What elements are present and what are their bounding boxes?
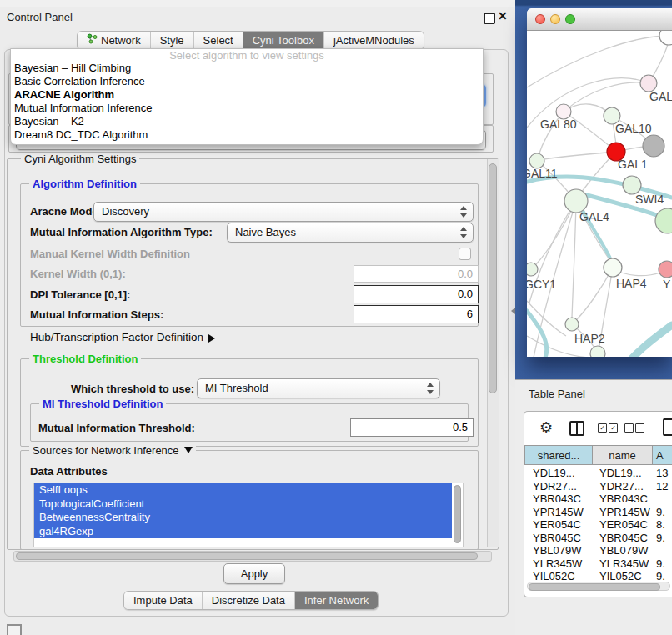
unchecked-checkbox-icon[interactable] bbox=[624, 423, 634, 432]
table-row[interactable]: YBL079WYBL079W bbox=[524, 544, 672, 558]
list-scrollbar[interactable] bbox=[454, 485, 461, 543]
tab-cyni-toolbox[interactable]: Cyni Toolbox bbox=[243, 32, 323, 49]
table-cell: 12 bbox=[653, 480, 672, 493]
table-doc-icon[interactable] bbox=[663, 418, 672, 436]
network-node-unlabeled[interactable] bbox=[643, 135, 664, 157]
network-edge[interactable] bbox=[572, 201, 576, 318]
scrollbar-thumb[interactable] bbox=[454, 485, 461, 543]
which-threshold-select[interactable]: MI Threshold bbox=[197, 378, 440, 398]
kernel-width-label: Kernel Width (0,1): bbox=[30, 268, 126, 280]
network-node-hap2[interactable] bbox=[565, 318, 579, 331]
network-node-y[interactable] bbox=[659, 261, 672, 278]
table-cell: YIL052C bbox=[593, 570, 653, 581]
chevron-right-icon bbox=[208, 334, 219, 342]
table-cell: 9. bbox=[653, 570, 672, 581]
network-node-gal[interactable] bbox=[640, 75, 657, 92]
data-attribute-item[interactable]: BetweennessCentrality bbox=[34, 511, 452, 525]
checked-checkbox-icon[interactable]: ✓ bbox=[598, 423, 607, 432]
unchecked-checkbox-icon[interactable] bbox=[635, 423, 644, 432]
table-cell: YDR27... bbox=[593, 480, 653, 493]
table-row[interactable]: YBR045CYBR045C9. bbox=[524, 532, 672, 545]
tab-style[interactable]: Style bbox=[150, 32, 193, 49]
checked-checkbox-icon[interactable]: ✓ bbox=[609, 423, 618, 432]
network-node-hap4[interactable] bbox=[604, 258, 622, 277]
column-header-shared-[interactable]: shared... bbox=[524, 445, 593, 465]
cyni-bottom-tabs: Impute DataDiscretize DataInfer Network bbox=[123, 591, 379, 610]
network-node-swi4[interactable] bbox=[623, 176, 641, 194]
network-node-gal4[interactable] bbox=[564, 189, 588, 212]
tab-jactivemnodules[interactable]: jActiveMNodules bbox=[323, 32, 424, 49]
scrollbar-thumb[interactable] bbox=[529, 583, 660, 591]
table-row[interactable]: YDR27...YDR27...12 bbox=[524, 480, 672, 493]
table-cell: YBR045C bbox=[593, 532, 653, 545]
manual-kernel-checkbox[interactable] bbox=[459, 248, 471, 260]
table-row[interactable]: YPR145WYPR145W9. bbox=[524, 506, 672, 519]
network-edge[interactable] bbox=[544, 152, 607, 159]
kernel-width-input[interactable]: 0.0 bbox=[354, 265, 479, 282]
table-body: YDL19...YDL19...13YDR27...YDR27...12YBR0… bbox=[524, 467, 672, 581]
tab-impute-data[interactable]: Impute Data bbox=[124, 592, 202, 609]
network-window-titlebar[interactable] bbox=[527, 8, 672, 31]
data-attribute-item[interactable]: SelfLoops bbox=[34, 483, 452, 498]
table-row[interactable]: YIL052CYIL052C9. bbox=[524, 570, 672, 581]
table-row[interactable]: YBR043CYBR043C bbox=[524, 492, 672, 506]
algorithm-dropdown-popup: Select algorithm to view settings Bayesi… bbox=[10, 48, 484, 145]
algorithm-option[interactable]: Bayesian – Hill Climbing bbox=[11, 62, 483, 75]
network-node-unlabeled[interactable] bbox=[655, 208, 672, 233]
scrollbar-thumb[interactable] bbox=[489, 163, 497, 393]
minimize-light-icon[interactable] bbox=[550, 14, 560, 24]
split-columns-icon[interactable] bbox=[569, 421, 584, 436]
float-window-icon[interactable] bbox=[484, 12, 495, 24]
table-cell: 13 bbox=[653, 467, 672, 480]
table-row[interactable]: YLR345WYLR345W9. bbox=[524, 558, 672, 571]
network-edge[interactable] bbox=[564, 82, 649, 112]
close-light-icon[interactable] bbox=[535, 14, 545, 24]
zoom-light-icon[interactable] bbox=[565, 14, 575, 24]
table-cell: 8. bbox=[653, 518, 672, 532]
algorithm-option[interactable]: Dream8 DC_TDC Algorithm bbox=[11, 128, 483, 142]
table-hscrollbar[interactable] bbox=[527, 582, 670, 591]
column-header-a[interactable]: A bbox=[653, 445, 672, 465]
dpi-tolerance-label: DPI Tolerance [0,1]: bbox=[30, 288, 130, 301]
gear-icon[interactable]: ⚙ bbox=[539, 418, 553, 437]
network-node-gcy1[interactable] bbox=[527, 262, 538, 276]
tab-select[interactable]: Select bbox=[193, 32, 243, 49]
settings-scrollbar[interactable] bbox=[487, 159, 499, 548]
close-icon[interactable]: ✕ bbox=[498, 9, 508, 22]
manual-kernel-label: Manual Kernel Width Definition bbox=[30, 248, 190, 260]
scrollbar-thumb[interactable] bbox=[16, 552, 478, 560]
tab-discretize-data[interactable]: Discretize Data bbox=[202, 592, 294, 609]
network-edge-highlighted[interactable] bbox=[631, 325, 672, 357]
algorithm-option[interactable]: Basic Correlation Inference bbox=[11, 75, 483, 88]
splitter-collapse-arrow[interactable] bbox=[508, 308, 515, 314]
grip-icon[interactable] bbox=[7, 624, 22, 635]
sources-toggle[interactable]: Sources for Network Inference bbox=[29, 444, 196, 458]
network-node-unlabeled[interactable] bbox=[590, 346, 605, 357]
table-row[interactable]: YER054CYER054C8. bbox=[524, 518, 672, 532]
mi-steps-input[interactable]: 6 bbox=[354, 305, 479, 323]
mi-type-select[interactable]: Naive Bayes bbox=[227, 222, 474, 242]
network-edge[interactable] bbox=[621, 272, 660, 276]
tab-label: jActiveMNodules bbox=[333, 32, 414, 49]
node-label: SWI4 bbox=[635, 192, 664, 206]
network-node-unlabeled[interactable] bbox=[659, 31, 672, 45]
tab-infer-network[interactable]: Infer Network bbox=[294, 592, 378, 609]
table-cell: 9. bbox=[653, 532, 672, 545]
dpi-tolerance-input[interactable]: 0.0 bbox=[354, 285, 479, 303]
algorithm-option[interactable]: Bayesian – K2 bbox=[11, 115, 483, 128]
table-cell: 9. bbox=[653, 558, 672, 571]
network-canvas[interactable]: GALGAL80GAL10GAL1GAL11SWI4GAL4GCY1HAP4YH… bbox=[527, 31, 672, 357]
mi-threshold-input[interactable]: 0.5 bbox=[350, 418, 474, 437]
settings-hscrollbar[interactable] bbox=[13, 551, 492, 562]
column-header-name[interactable]: name bbox=[593, 445, 653, 465]
node-label: GAL11 bbox=[527, 167, 558, 180]
tab-network[interactable]: Network bbox=[78, 32, 150, 49]
apply-button[interactable]: Apply bbox=[223, 563, 285, 584]
data-attribute-item[interactable]: gal4RGexp bbox=[34, 525, 452, 539]
algorithm-option[interactable]: ARACNE Algorithm bbox=[11, 88, 483, 102]
table-row[interactable]: YDL19...YDL19...13 bbox=[524, 467, 672, 480]
hub-definition-toggle[interactable]: Hub/Transcription Factor Definition bbox=[30, 331, 219, 343]
algorithm-option[interactable]: Mutual Information Inference bbox=[11, 102, 483, 115]
aracne-mode-select[interactable]: Discovery bbox=[93, 202, 474, 222]
data-attribute-item[interactable]: TopologicalCoefficient bbox=[34, 498, 452, 512]
